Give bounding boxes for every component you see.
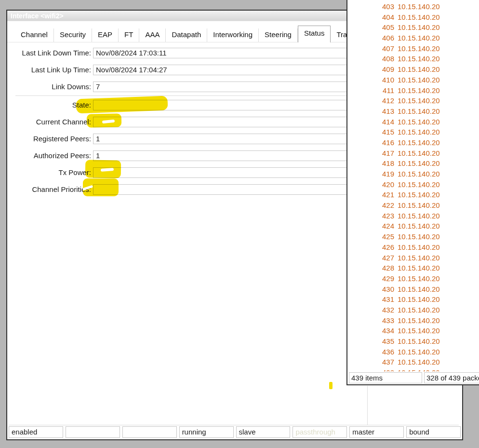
packet-row[interactable]: 413 10.15.140.20	[347, 106, 479, 117]
status-flag-label: enabled	[12, 428, 37, 436]
packet-host-ip: 10.15.140.20	[398, 200, 440, 211]
tab[interactable]: EAP	[92, 28, 119, 42]
packet-row[interactable]: 429 10.15.140.20	[347, 273, 479, 284]
status-flag-cell: enabled	[9, 426, 63, 438]
packet-host-ip: 10.15.140.20	[398, 179, 440, 190]
packet-row[interactable]: 421 10.15.140.20	[347, 190, 479, 200]
packet-number: 436	[347, 347, 394, 357]
packet-number: 424	[347, 221, 394, 231]
packet-row[interactable]: 419 10.15.140.20	[347, 169, 479, 179]
packet-host-ip: 10.15.140.20	[398, 315, 440, 326]
packet-row[interactable]: 416 10.15.140.20	[347, 137, 479, 148]
packet-row[interactable]: 417 10.15.140.20	[347, 148, 479, 159]
field-value[interactable]: 1	[93, 134, 353, 144]
packet-host-ip: 10.15.140.20	[398, 75, 440, 85]
packet-number: 411	[347, 85, 394, 96]
tab[interactable]: Steering	[259, 28, 298, 42]
packet-row[interactable]: 427 10.15.140.20	[347, 253, 479, 263]
status-flag-label: master	[352, 428, 374, 436]
packet-number: 405	[347, 22, 394, 33]
packet-host-ip: 10.15.140.20	[398, 221, 440, 231]
packet-number: 435	[347, 336, 394, 347]
field-value[interactable]: Nov/08/2024 17:03:11	[93, 48, 353, 58]
packet-row[interactable]: 410 10.15.140.20	[347, 75, 479, 85]
packet-host-ip: 10.15.140.20	[398, 347, 440, 357]
packet-host-ip: 10.15.140.20	[398, 64, 440, 75]
packet-row[interactable]: 430 10.15.140.20	[347, 284, 479, 295]
tab[interactable]: Datapath	[166, 28, 207, 42]
packet-row[interactable]: 424 10.15.140.20	[347, 221, 479, 231]
field-value[interactable]: 1	[93, 150, 353, 161]
packet-row[interactable]: 407 10.15.140.20	[347, 43, 479, 54]
tab-label: Steering	[265, 30, 292, 39]
packet-host-ip: 10.15.140.20	[398, 106, 440, 117]
tab[interactable]: FT	[119, 28, 139, 42]
packet-row[interactable]: 425 10.15.140.20	[347, 231, 479, 242]
packet-row[interactable]: 406 10.15.140.20	[347, 33, 479, 43]
packet-row[interactable]: 431 10.15.140.20	[347, 294, 479, 305]
field-value[interactable]	[93, 117, 353, 127]
packet-host-ip: 10.15.140.20	[398, 148, 440, 159]
tab[interactable]: AAA	[139, 28, 166, 42]
field-value[interactable]: Nov/08/2024 17:04:27	[93, 65, 353, 75]
packet-row[interactable]: 420 10.15.140.20	[347, 179, 479, 190]
packet-number: 431	[347, 294, 394, 305]
field-value[interactable]: 7	[93, 81, 353, 92]
packet-list: 403 10.15.140.20 404 10.15.140.20 405 10…	[347, 0, 479, 378]
packet-number: 412	[347, 95, 394, 106]
field-value[interactable]	[93, 184, 353, 195]
status-flag-cell: bound	[406, 426, 461, 438]
field-label: Authorized Peers:	[14, 150, 93, 161]
items-count: 439 items	[349, 372, 422, 383]
packet-number: 406	[347, 33, 394, 43]
content-divider-horizontal	[9, 425, 459, 425]
packet-host-ip: 10.15.140.20	[398, 284, 440, 295]
tab[interactable]: Status	[298, 26, 331, 42]
packet-row[interactable]: 409 10.15.140.20	[347, 64, 479, 75]
packet-row[interactable]: 405 10.15.140.20	[347, 22, 479, 33]
packet-host-ip: 10.15.140.20	[398, 242, 440, 253]
packet-row[interactable]: 432 10.15.140.20	[347, 305, 479, 315]
packet-row[interactable]: 422 10.15.140.20	[347, 200, 479, 211]
packet-row[interactable]: 434 10.15.140.20	[347, 326, 479, 336]
status-flag-cell: slave	[236, 426, 291, 438]
packet-row[interactable]: 415 10.15.140.20	[347, 127, 479, 137]
packet-row[interactable]: 408 10.15.140.20	[347, 54, 479, 64]
packet-row[interactable]: 423 10.15.140.20	[347, 211, 479, 221]
packet-number: 417	[347, 148, 394, 159]
packet-row[interactable]: 435 10.15.140.20	[347, 336, 479, 347]
packet-row[interactable]: 433 10.15.140.20	[347, 315, 479, 326]
packet-number: 437	[347, 357, 394, 367]
redaction-marker-dot	[329, 382, 333, 389]
tab[interactable]: Interworking	[207, 28, 259, 42]
field-value[interactable]	[93, 167, 353, 178]
packet-number: 421	[347, 190, 394, 200]
packet-row[interactable]: 411 10.15.140.20	[347, 85, 479, 96]
packet-row[interactable]: 403 10.15.140.20	[347, 1, 479, 12]
packet-number: 415	[347, 127, 394, 137]
packet-row[interactable]: 412 10.15.140.20	[347, 95, 479, 106]
packet-number: 429	[347, 273, 394, 284]
status-flag-label: bound	[409, 428, 429, 436]
packet-number: 403	[347, 1, 394, 12]
packet-number: 420	[347, 179, 394, 190]
packet-host-ip: 10.15.140.20	[398, 190, 440, 200]
packet-row[interactable]: 428 10.15.140.20	[347, 263, 479, 273]
packet-host-ip: 10.15.140.20	[398, 169, 440, 179]
packet-row[interactable]: 436 10.15.140.20	[347, 347, 479, 357]
packet-row[interactable]: 426 10.15.140.20	[347, 242, 479, 253]
packet-row[interactable]: 404 10.15.140.20	[347, 12, 479, 23]
packet-row[interactable]: 418 10.15.140.20	[347, 158, 479, 169]
tab[interactable]: Channel	[15, 28, 54, 42]
packet-host-ip: 10.15.140.20	[398, 22, 440, 33]
status-flag-cell: running	[179, 426, 234, 438]
tab[interactable]: Security	[54, 28, 92, 42]
packet-host-ip: 10.15.140.20	[398, 33, 440, 43]
packet-number: 423	[347, 211, 394, 221]
packet-host-ip: 10.15.140.20	[398, 54, 440, 64]
packet-row[interactable]: 414 10.15.140.20	[347, 117, 479, 127]
status-flag-label: running	[182, 428, 206, 436]
packet-host-ip: 10.15.140.20	[398, 336, 440, 347]
status-flag-cell	[122, 426, 177, 438]
packet-row[interactable]: 437 10.15.140.20	[347, 357, 479, 367]
